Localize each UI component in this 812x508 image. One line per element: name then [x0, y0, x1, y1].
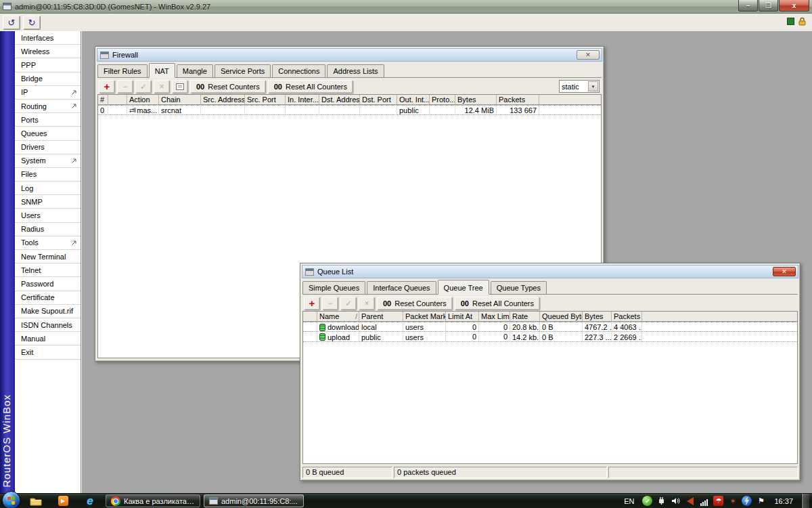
comment-button[interactable] [172, 80, 188, 93]
col-dst-address[interactable]: Dst. Address [319, 95, 360, 104]
tab-mangle[interactable]: Mangle [177, 64, 213, 77]
media-player-taskbar-icon[interactable]: ▶ [51, 494, 74, 508]
col-num[interactable]: # [98, 95, 108, 104]
reset-all-counters-button[interactable]: 00Reset All Counters [455, 297, 540, 310]
tab-service-ports[interactable]: Service Ports [215, 64, 271, 77]
sidebar-item-log[interactable]: Log [15, 182, 81, 195]
col-limit-at[interactable]: Limit At [446, 312, 479, 321]
col-queued-bytes[interactable]: Queued Bytes [540, 312, 583, 321]
col-src-port[interactable]: Src. Port [245, 95, 286, 104]
chevron-down-icon[interactable]: ▼ [588, 81, 598, 91]
volume-icon[interactable] [671, 496, 681, 506]
main-titlebar[interactable]: admin@00:11:95:C8:3D:0D (GomesNET) - Win… [0, 0, 812, 14]
col-parent[interactable]: Parent [359, 312, 403, 321]
col-bytes[interactable]: Bytes [455, 95, 497, 104]
close-button[interactable]: x [779, 0, 809, 12]
tab-filter-rules[interactable]: Filter Rules [97, 64, 148, 77]
col-chain[interactable]: Chain [159, 95, 201, 104]
col-packets[interactable]: Packets [497, 95, 539, 104]
tab-queue-tree[interactable]: Queue Tree [438, 280, 489, 295]
taskbar-button-browser[interactable]: Каква е разликата м... [106, 494, 200, 507]
sidebar-item-ip[interactable]: IP [15, 86, 81, 100]
sidebar-item-bridge[interactable]: Bridge [15, 72, 81, 86]
nat-filter-dropdown[interactable]: static ▼ [559, 80, 600, 93]
remove-queue-button[interactable]: − [322, 297, 338, 310]
queue-row-upload[interactable]: upload public users 0 0 14.2 kb... 0 B 2… [303, 332, 797, 342]
tab-connections[interactable]: Connections [272, 64, 325, 77]
taskbar-button-winbox[interactable]: admin@00:11:95:C8:... [204, 494, 304, 507]
sidebar-item-users[interactable]: Users [15, 209, 81, 222]
clock[interactable]: 16:37 [774, 497, 793, 505]
sidebar-item-isdn-channels[interactable]: ISDN Channels [15, 318, 81, 332]
col-bytes[interactable]: Bytes [583, 312, 612, 321]
reset-all-counters-button[interactable]: 00Reset All Counters [268, 80, 353, 93]
sidebar-item-files[interactable]: Files [15, 168, 81, 182]
tab-simple-queues[interactable]: Simple Queues [302, 281, 365, 294]
tab-interface-queues[interactable]: Interface Queues [367, 281, 436, 294]
disable-queue-button[interactable]: × [359, 297, 375, 310]
col-in-interface[interactable]: In. Inter... [286, 95, 319, 104]
enable-rule-button[interactable]: ✓ [135, 80, 152, 93]
sidebar-item-ppp[interactable]: PPP [15, 58, 81, 72]
sidebar-item-tools[interactable]: Tools [15, 236, 81, 250]
col-dst-port[interactable]: Dst. Port [360, 95, 397, 104]
col-packets[interactable]: Packets [612, 312, 642, 321]
add-queue-button[interactable]: + [304, 297, 320, 310]
language-indicator[interactable]: EN [624, 497, 634, 505]
action-center-flag-icon[interactable]: ⚑ [756, 496, 766, 506]
minimize-button[interactable]: – [738, 0, 758, 12]
col-src-address[interactable]: Src. Address [201, 95, 245, 104]
audio-manager-icon[interactable] [685, 496, 695, 506]
sidebar-item-snmp[interactable]: SNMP [15, 195, 81, 209]
utility-tray-icon[interactable]: ✶ [727, 496, 738, 506]
col-rate[interactable]: Rate [510, 312, 540, 321]
col-action[interactable]: Action [127, 95, 159, 104]
sidebar-item-drivers[interactable]: Drivers [15, 141, 81, 154]
firewall-close-button[interactable]: ✕ [577, 50, 600, 60]
explorer-taskbar-icon[interactable] [24, 494, 47, 508]
sidebar-item-routing[interactable]: Routing [15, 100, 81, 113]
sidebar-item-certificate[interactable]: Certificate [15, 291, 81, 305]
queue-list-titlebar[interactable]: Queue List ✕ [302, 265, 798, 278]
queue-list-close-button[interactable]: ✕ [773, 267, 796, 276]
col-max-limit[interactable]: Max Limit [479, 312, 510, 321]
sidebar-item-ports[interactable]: Ports [15, 113, 81, 127]
download-manager-icon[interactable] [742, 496, 752, 506]
sidebar-item-radius[interactable]: Radius [15, 223, 81, 236]
restore-button[interactable]: ❐ [759, 0, 778, 12]
internet-explorer-taskbar-icon[interactable]: e [78, 494, 102, 508]
sidebar-item-password[interactable]: Password [15, 277, 81, 291]
queue-row-download[interactable]: download local users 0 0 20.8 kb... 0 B … [303, 322, 797, 332]
sidebar-item-new-terminal[interactable]: New Terminal [15, 250, 81, 263]
sidebar-item-exit[interactable]: Exit [15, 345, 81, 359]
tab-address-lists[interactable]: Address Lists [327, 64, 384, 77]
sidebar-item-make-supout[interactable]: Make Supout.rif [15, 305, 81, 318]
reset-counters-button[interactable]: 00Reset Counters [190, 80, 266, 93]
antivirus-ok-icon[interactable]: ✔ [642, 496, 652, 506]
firewall-titlebar[interactable]: Firewall ✕ [97, 48, 602, 62]
sidebar-item-system[interactable]: System [15, 154, 81, 168]
sidebar-item-interfaces[interactable]: Interfaces [15, 31, 81, 45]
col-protocol[interactable]: Proto... [430, 95, 455, 104]
col-out-interface[interactable]: Out. Int... [397, 95, 430, 104]
enable-queue-button[interactable]: ✓ [340, 297, 357, 310]
avira-antivirus-icon[interactable]: ☂ [713, 496, 723, 506]
col-name[interactable]: Name/ [317, 312, 359, 321]
show-desktop-button[interactable] [801, 494, 809, 508]
redo-button[interactable]: ↻ [23, 16, 41, 30]
undo-button[interactable]: ↺ [3, 16, 20, 30]
tab-nat[interactable]: NAT [149, 63, 175, 78]
reset-counters-button[interactable]: 00Reset Counters [377, 297, 453, 310]
col-flags[interactable] [303, 312, 317, 321]
nat-rule-row[interactable]: 0 ⇄‖mas... srcnat public [98, 105, 601, 115]
sidebar-item-manual[interactable]: Manual [15, 332, 81, 345]
col-packet-mark[interactable]: Packet Mark [403, 312, 446, 321]
add-rule-button[interactable]: + [99, 80, 115, 93]
remove-rule-button[interactable]: − [117, 80, 133, 93]
network-signal-icon[interactable] [699, 496, 709, 506]
tab-queue-types[interactable]: Queue Types [491, 281, 547, 294]
start-button[interactable] [2, 491, 20, 508]
power-plug-icon[interactable] [656, 496, 667, 506]
sidebar-item-telnet[interactable]: Telnet [15, 263, 81, 277]
col-flags[interactable] [108, 95, 127, 104]
